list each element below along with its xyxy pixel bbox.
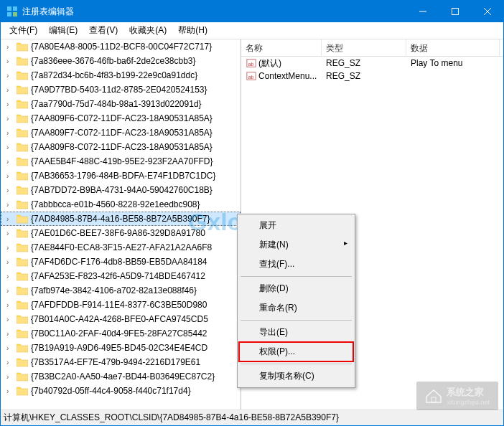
folder-icon xyxy=(17,328,28,339)
tree-item[interactable]: ›{7AF4D6DC-F176-4db8-BB59-EB5DAA84184 xyxy=(1,255,241,269)
tree-item[interactable]: ›{7AE01D6C-BEE7-38F6-9A86-329D8A91780 xyxy=(1,226,241,240)
tree-item[interactable]: ›{7AB36653-1796-484B-BDFA-E74F1DB7C1DC} xyxy=(1,169,241,183)
expand-icon[interactable]: › xyxy=(6,229,15,237)
folder-icon xyxy=(17,113,28,123)
list-row[interactable]: abContextMenu...REG_SZ xyxy=(241,70,503,82)
folder-icon xyxy=(17,85,28,95)
tree-item-label: {7B3517A4-EF7E-479b-9494-2216D179E61 xyxy=(31,357,200,367)
expand-icon[interactable]: › xyxy=(6,387,15,395)
expand-icon[interactable]: › xyxy=(6,72,15,80)
tree-item[interactable]: ›{7A80E4A8-8005-11D2-BCF8-00C04F72C717} xyxy=(1,39,241,54)
tree-item-label: {7AA809F6-C072-11DF-AC23-18A90531A85A} xyxy=(31,113,213,123)
context-menu-item[interactable]: 导出(E) xyxy=(239,323,353,342)
expand-icon[interactable]: › xyxy=(6,258,15,266)
folder-icon xyxy=(17,357,28,367)
context-menu-item[interactable]: 权限(P)... xyxy=(239,342,353,361)
folder-icon xyxy=(17,185,28,195)
tree-item[interactable]: ›{7AE844F0-ECA8-3F15-AE27-AFA21A2AA6F8 xyxy=(1,240,241,255)
svg-rect-5 xyxy=(452,9,458,15)
tree-item[interactable]: ›{7AD84985-87B4-4a16-BE58-8B72A5B390F7} xyxy=(1,212,241,226)
menu-help[interactable]: 帮助(H) xyxy=(172,22,213,39)
expand-icon[interactable]: › xyxy=(6,373,15,381)
tree-item[interactable]: ›{7aa7790d-75d7-484b-98a1-3913d022091d} xyxy=(1,97,241,111)
folder-icon xyxy=(17,300,28,310)
context-menu-item[interactable]: 展开 xyxy=(239,216,353,235)
expand-icon[interactable]: › xyxy=(6,172,15,180)
tree-item[interactable]: ›{7AFDFDDB-F914-11E4-8377-6C3BE50D980 xyxy=(1,298,241,312)
folder-icon xyxy=(17,214,28,224)
expand-icon[interactable]: › xyxy=(6,100,15,108)
tree-panel[interactable]: ›{7A80E4A8-8005-11D2-BCF8-00C04F72C717}›… xyxy=(1,39,241,410)
menu-edit[interactable]: 编辑(E) xyxy=(43,22,83,39)
context-menu-item[interactable]: 复制项名称(C) xyxy=(239,366,353,386)
expand-icon[interactable]: › xyxy=(6,186,15,194)
expand-icon[interactable]: › xyxy=(6,287,15,295)
tree-item[interactable]: ›{7B19A919-A9D6-49E5-BD45-02C34E4E4CD xyxy=(1,341,241,355)
tree-item[interactable]: ›{7B3BC2A0-AA50-4ae7-BD44-B03649EC87C2} xyxy=(1,369,241,384)
expand-icon[interactable]: › xyxy=(6,57,15,65)
maximize-button[interactable] xyxy=(439,1,471,22)
tree-item-label: {7AFA253E-F823-42f6-A5D9-714BDE467412 xyxy=(31,271,205,281)
expand-icon[interactable]: › xyxy=(6,43,15,51)
folder-icon xyxy=(17,285,28,295)
menu-view[interactable]: 查看(V) xyxy=(83,22,123,39)
tree-item[interactable]: ›{7AFA253E-F823-42f6-A5D9-714BDE467412 xyxy=(1,269,241,283)
tree-item-label: {7a836eee-3676-46fb-ba6f-2de2ce38cbb3} xyxy=(31,56,196,66)
tree-item[interactable]: ›{7B0C11A0-2FAF-40d4-9FE5-28FA27C85442 xyxy=(1,326,241,341)
expand-icon[interactable]: › xyxy=(6,330,15,338)
tree-item-label: {7AE01D6C-BEE7-38F6-9A86-329D8A91780 xyxy=(31,228,205,238)
tree-item-label: {7a872d34-bc6b-4f83-b199-22e9c0a91ddc} xyxy=(31,70,197,80)
expand-icon[interactable]: › xyxy=(6,86,15,94)
context-menu-item[interactable]: 删除(D) xyxy=(239,279,353,298)
expand-icon[interactable]: › xyxy=(6,344,15,352)
close-button[interactable] xyxy=(471,1,503,22)
tree-item[interactable]: ›{7AA809F8-C072-11DF-AC23-18A90531A85A} xyxy=(1,140,241,154)
tree-item[interactable]: ›{7A9D77BD-5403-11d2-8785-2E0420524153} xyxy=(1,82,241,97)
tree-item[interactable]: ›{7b40792d-05ff-44c4-9058-f440c71f17d4} xyxy=(1,384,241,398)
expand-icon[interactable]: › xyxy=(6,301,15,309)
folder-icon xyxy=(17,314,28,324)
tree-item[interactable]: ›{7AB7DD72-B9BA-4731-94A0-59042760C18B} xyxy=(1,183,241,197)
expand-icon[interactable]: › xyxy=(6,143,15,151)
tree-item[interactable]: ›{7AA809F7-C072-11DF-AC23-18A90531A85A} xyxy=(1,126,241,140)
value-type: REG_SZ xyxy=(322,70,406,82)
expand-icon[interactable]: › xyxy=(6,201,15,209)
tree-item[interactable]: ›{7B3517A4-EF7E-479b-9494-2216D179E61 xyxy=(1,355,241,369)
tree-item-label: {7AA809F8-C072-11DF-AC23-18A90531A85A} xyxy=(31,142,213,152)
folder-icon xyxy=(17,242,28,252)
list-row[interactable]: ab(默认)REG_SZPlay To menu xyxy=(241,57,503,70)
tree-item[interactable]: ›{7B014A0C-A42A-4268-BFE0-AFCA9745CD5 xyxy=(1,312,241,326)
tree-item[interactable]: ›{7AA809F6-C072-11DF-AC23-18A90531A85A} xyxy=(1,111,241,126)
context-menu-item[interactable]: 重命名(R) xyxy=(239,298,353,318)
expand-icon[interactable]: › xyxy=(6,273,15,280)
context-menu-item[interactable]: 新建(N) xyxy=(239,235,353,255)
tree-item-label: {7A9D77BD-5403-11d2-8785-2E0420524153} xyxy=(31,85,207,95)
tree-item[interactable]: ›{7afb974e-3842-4106-a702-82a13e088f46} xyxy=(1,283,241,298)
col-data[interactable]: 数据 xyxy=(406,39,500,56)
menu-file[interactable]: 文件(F) xyxy=(4,22,43,39)
folder-icon xyxy=(17,128,28,138)
context-menu-item[interactable]: 查找(F)... xyxy=(239,255,353,274)
col-type[interactable]: 类型 xyxy=(322,39,406,56)
minimize-button[interactable] xyxy=(406,1,439,22)
expand-icon[interactable]: › xyxy=(6,115,15,123)
tree-item[interactable]: ›{7a836eee-3676-46fb-ba6f-2de2ce38cbb3} xyxy=(1,54,241,68)
expand-icon[interactable]: › xyxy=(6,244,15,252)
tree-item-label: {7A80E4A8-8005-11D2-BCF8-00C04F72C717} xyxy=(31,42,212,52)
expand-icon[interactable]: › xyxy=(6,215,15,223)
expand-icon[interactable]: › xyxy=(6,316,15,323)
col-name[interactable]: 名称 xyxy=(241,39,322,56)
tree-item[interactable]: ›{7a872d34-bc6b-4f83-b199-22e9c0a91ddc} xyxy=(1,68,241,82)
status-path: 计算机\HKEY_CLASSES_ROOT\CLSID\{7AD84985-87… xyxy=(4,412,339,424)
menu-favorites[interactable]: 收藏夹(A) xyxy=(123,22,172,39)
tree-item-label: {7b40792d-05ff-44c4-9058-f440c71f17d4} xyxy=(31,386,191,396)
tree-item[interactable]: ›{7abbbcca-e01b-4560-8228-92e1eedbc908} xyxy=(1,197,241,212)
tree-item-label: {7AB7DD72-B9BA-4731-94A0-59042760C18B} xyxy=(31,185,213,195)
tree-item[interactable]: ›{7AAE5B4F-488C-419b-95E2-923F2AA70FFD} xyxy=(1,154,241,169)
expand-icon[interactable]: › xyxy=(6,158,15,166)
svg-rect-0 xyxy=(7,6,11,11)
expand-icon[interactable]: › xyxy=(6,359,15,366)
menubar: 文件(F) 编辑(E) 查看(V) 收藏夹(A) 帮助(H) xyxy=(1,22,503,39)
tree-item-label: {7abbbcca-e01b-4560-8228-92e1eedbc908} xyxy=(31,199,200,209)
expand-icon[interactable]: › xyxy=(6,129,15,137)
